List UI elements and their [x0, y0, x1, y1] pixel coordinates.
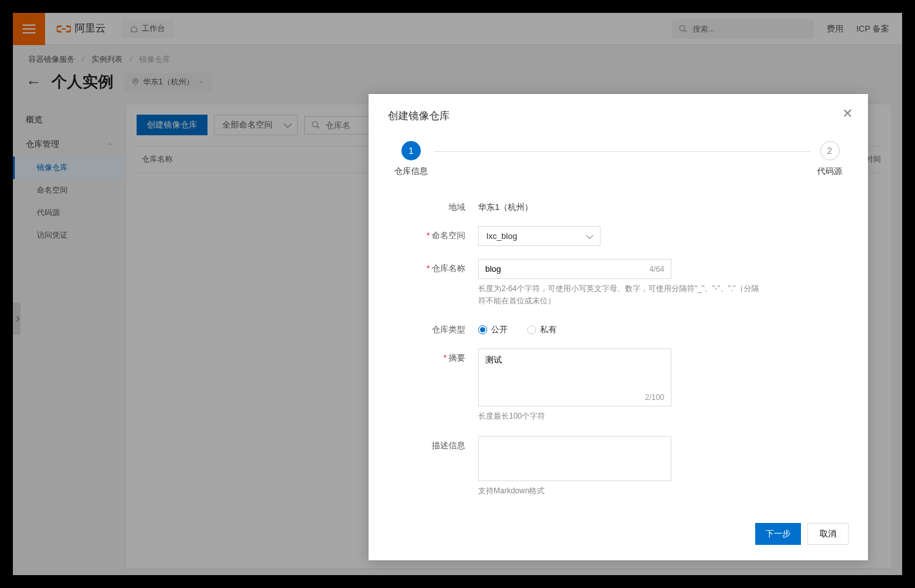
summary-count: 2/100: [645, 393, 664, 402]
step-1-label: 仓库信息: [394, 166, 428, 177]
value-region: 华东1（杭州）: [478, 198, 762, 213]
summary-textarea[interactable]: [485, 354, 664, 383]
label-repo-name: *仓库名称: [388, 259, 478, 274]
step-indicator: 1 仓库信息 2 代码源: [388, 141, 849, 177]
step-2-label: 代码源: [817, 166, 842, 177]
summary-help: 长度最长100个字符: [478, 410, 762, 422]
repo-name-field[interactable]: 4/64: [478, 259, 671, 279]
radio-private-label: 私有: [540, 324, 557, 336]
label-namespace: *命名空间: [388, 226, 478, 242]
radio-private-circle: [527, 325, 536, 334]
step-2-circle: 2: [820, 141, 840, 160]
next-button[interactable]: 下一步: [755, 523, 801, 545]
radio-public[interactable]: 公开: [478, 324, 508, 336]
description-textarea[interactable]: [485, 442, 664, 461]
description-field[interactable]: [478, 436, 671, 481]
repo-name-input[interactable]: [485, 264, 650, 274]
radio-public-circle: [478, 325, 487, 334]
description-help: 支持Markdown格式: [478, 485, 762, 497]
label-region: 地域: [388, 198, 478, 213]
repo-name-count: 4/64: [650, 265, 664, 274]
summary-field[interactable]: 2/100: [478, 348, 671, 406]
cancel-button[interactable]: 取消: [807, 523, 849, 545]
modal-title: 创建镜像仓库: [388, 109, 849, 123]
radio-private[interactable]: 私有: [527, 324, 557, 336]
namespace-select[interactable]: lxc_blog: [478, 226, 601, 246]
step-1-circle: 1: [401, 141, 421, 160]
step-connector: [434, 151, 811, 152]
label-description: 描述信息: [388, 436, 478, 451]
radio-public-label: 公开: [491, 324, 508, 336]
repo-name-help: 长度为2-64个字符，可使用小写英文字母、数字，可使用分隔符"_"、"-"、".…: [478, 283, 762, 307]
create-repo-modal: ✕ 创建镜像仓库 1 仓库信息 2 代码源 地域 华东1（杭州） *命名空间 l…: [369, 94, 868, 560]
label-repo-type: 仓库类型: [388, 320, 478, 336]
label-summary: *摘要: [388, 348, 478, 364]
modal-close-button[interactable]: ✕: [842, 107, 855, 120]
